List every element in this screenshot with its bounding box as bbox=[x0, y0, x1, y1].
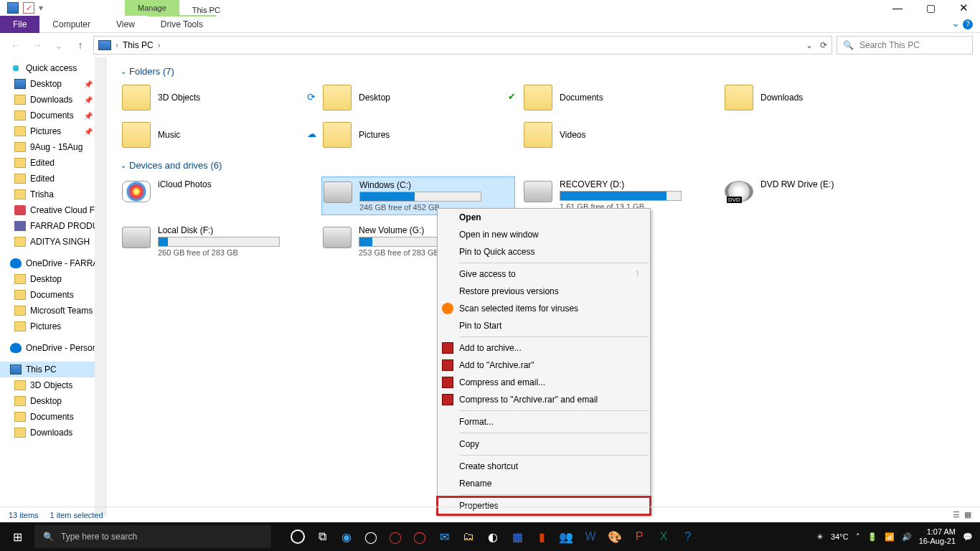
paint-icon[interactable]: 🎨 bbox=[605, 527, 625, 547]
ctx-format[interactable]: Format... bbox=[438, 413, 650, 430]
tab-manage[interactable]: Manage bbox=[125, 0, 179, 16]
sidebar-item-pictures[interactable]: Pictures📌 bbox=[0, 123, 105, 139]
folder-desktop[interactable]: Desktop✔ bbox=[321, 83, 515, 113]
breadcrumb[interactable]: This PC bbox=[123, 40, 154, 50]
drive-icloud-photos[interactable]: iCloud Photos bbox=[121, 176, 314, 215]
app-icon[interactable]: ◐ bbox=[483, 527, 503, 547]
sidebar-item[interactable]: FARRAD PRODUCTIONS bbox=[0, 218, 105, 234]
address-dropdown-icon[interactable]: ⌄ bbox=[806, 40, 813, 50]
sidebar-quick-access[interactable]: Quick access bbox=[0, 60, 105, 76]
sidebar-onedrive-2[interactable]: OneDrive - Personal bbox=[0, 340, 105, 356]
tab-view[interactable]: View bbox=[103, 16, 148, 33]
sidebar-item[interactable]: Pictures bbox=[0, 319, 105, 334]
drive-e[interactable]: DVD DVD RW Drive (E:) bbox=[723, 176, 917, 215]
group-drives[interactable]: ⌄Devices and drives (6) bbox=[121, 160, 966, 171]
maximize-button[interactable]: ▢ bbox=[914, 0, 947, 16]
sidebar-item[interactable]: Trisha bbox=[0, 187, 105, 202]
sidebar-this-pc[interactable]: This PC bbox=[0, 362, 105, 377]
excel-icon[interactable]: X bbox=[654, 527, 674, 547]
get-help-icon[interactable]: ? bbox=[678, 527, 698, 547]
powerpoint-icon[interactable]: P bbox=[629, 527, 649, 547]
tab-file[interactable]: File bbox=[0, 16, 39, 33]
sidebar-item[interactable]: 9Aug - 15Aug bbox=[0, 139, 105, 155]
start-button[interactable]: ⊞ bbox=[0, 530, 34, 544]
minimize-button[interactable]: ― bbox=[881, 0, 914, 16]
back-button[interactable]: ← bbox=[7, 39, 24, 51]
ctx-compress-email[interactable]: Compress and email... bbox=[438, 374, 650, 391]
sidebar-item[interactable]: Downloads bbox=[0, 425, 105, 441]
qat-dropdown-icon[interactable]: ▾ bbox=[39, 3, 46, 13]
task-view-icon[interactable]: ⧉ bbox=[312, 527, 332, 547]
ctx-pin-quick-access[interactable]: Pin to Quick access bbox=[438, 243, 650, 260]
weather-icon[interactable]: ☀ bbox=[816, 532, 824, 542]
ctx-add-archive[interactable]: Add to archive... bbox=[438, 339, 650, 357]
sidebar-item[interactable]: 3D Objects bbox=[0, 377, 105, 393]
taskbar[interactable]: ⊞ 🔍Type here to search ⧉ ◉ ◯ ◯ ◯ ✉ 🗂 ◐ ▦… bbox=[0, 522, 980, 551]
folder-pictures[interactable]: Pictures bbox=[321, 120, 515, 150]
ctx-rename[interactable]: Rename bbox=[438, 475, 650, 492]
chrome-icon[interactable]: ◯ bbox=[361, 527, 381, 547]
ctx-scan-viruses[interactable]: Scan selected items for viruses bbox=[438, 300, 650, 317]
edge-icon[interactable]: ◉ bbox=[336, 527, 357, 547]
group-folders[interactable]: ⌄Folders (7) bbox=[121, 66, 966, 77]
folder-downloads[interactable]: Downloads bbox=[723, 83, 917, 113]
battery-icon[interactable]: 🔋 bbox=[867, 532, 877, 542]
sidebar-item-desktop[interactable]: Desktop📌 bbox=[0, 76, 105, 92]
ctx-open[interactable]: Open bbox=[438, 209, 650, 226]
ctx-pin-start[interactable]: Pin to Start bbox=[438, 317, 650, 334]
tray-chevron-icon[interactable]: ˄ bbox=[856, 532, 860, 542]
taskbar-search[interactable]: 🔍Type here to search bbox=[34, 525, 271, 548]
folder-3d-objects[interactable]: 3D Objects⟳ bbox=[121, 83, 314, 113]
sidebar-item[interactable]: Microsoft Teams bbox=[0, 303, 105, 319]
sidebar-item[interactable]: Edited bbox=[0, 155, 105, 171]
recent-dropdown-icon[interactable]: ⌄ bbox=[50, 39, 67, 51]
drive-f[interactable]: Local Disk (F:) 260 GB free of 283 GB bbox=[121, 222, 314, 260]
sidebar-item[interactable]: Desktop bbox=[0, 393, 105, 409]
close-button[interactable]: ✕ bbox=[947, 0, 980, 16]
navigation-pane[interactable]: Quick access Desktop📌 Downloads📌 Documen… bbox=[0, 57, 106, 517]
mail-icon[interactable]: ✉ bbox=[434, 527, 454, 547]
ctx-copy[interactable]: Copy bbox=[438, 435, 650, 453]
ctx-restore-versions[interactable]: Restore previous versions bbox=[438, 283, 650, 300]
app-icon[interactable]: ▦ bbox=[507, 527, 527, 547]
cortana-icon[interactable] bbox=[288, 527, 308, 547]
sidebar-item[interactable]: Documents bbox=[0, 287, 105, 303]
sidebar-item[interactable]: Desktop bbox=[0, 271, 105, 287]
sidebar-item-creative-cloud[interactable]: Creative Cloud Files bbox=[0, 202, 105, 218]
details-view-button[interactable]: ☰ bbox=[953, 510, 960, 519]
ctx-add-archive-rar[interactable]: Add to "Archive.rar" bbox=[438, 357, 650, 374]
explorer-icon[interactable]: 🗂 bbox=[458, 527, 479, 547]
folder-documents[interactable]: Documents bbox=[522, 83, 716, 113]
ctx-open-new-window[interactable]: Open in new window bbox=[438, 226, 650, 243]
volume-icon[interactable]: 🔊 bbox=[902, 532, 912, 542]
search-input[interactable]: 🔍 Search This PC bbox=[837, 36, 973, 55]
help-dropdown-icon[interactable]: ⌄ ? bbox=[951, 17, 973, 29]
opera-icon[interactable]: ◯ bbox=[410, 527, 430, 547]
ctx-compress-rar-email[interactable]: Compress to "Archive.rar" and email bbox=[438, 391, 650, 408]
folder-videos[interactable]: Videos bbox=[522, 120, 716, 150]
folder-music[interactable]: Music☁ bbox=[121, 120, 314, 150]
tiles-view-button[interactable]: ▦ bbox=[964, 510, 971, 519]
notifications-icon[interactable]: 💬 bbox=[963, 532, 973, 542]
sidebar-item-documents[interactable]: Documents📌 bbox=[0, 108, 105, 123]
address-bar[interactable]: › This PC › ⌄ ⟳ bbox=[93, 36, 832, 55]
forward-button[interactable]: → bbox=[29, 39, 46, 51]
scrollbar[interactable] bbox=[95, 57, 105, 517]
ctx-give-access[interactable]: Give access to〉 bbox=[438, 265, 650, 283]
wifi-icon[interactable]: 📶 bbox=[885, 532, 895, 542]
ctx-create-shortcut[interactable]: Create shortcut bbox=[438, 458, 650, 475]
word-icon[interactable]: W bbox=[580, 527, 600, 547]
tab-drive-tools[interactable]: Drive Tools bbox=[148, 15, 216, 32]
sidebar-item[interactable]: Documents bbox=[0, 409, 105, 425]
refresh-button[interactable]: ⟳ bbox=[820, 40, 827, 50]
sidebar-item[interactable]: Edited bbox=[0, 171, 105, 187]
office-icon[interactable]: ▮ bbox=[532, 527, 552, 547]
sidebar-item[interactable]: ADITYA SINGH bbox=[0, 234, 105, 250]
opera-gx-icon[interactable]: ◯ bbox=[385, 527, 405, 547]
tab-computer[interactable]: Computer bbox=[39, 16, 103, 33]
qat-properties-icon[interactable]: ✓ bbox=[23, 2, 34, 14]
sidebar-item-downloads[interactable]: Downloads📌 bbox=[0, 92, 105, 108]
sidebar-onedrive-1[interactable]: OneDrive - FARRAD bbox=[0, 255, 105, 271]
up-button[interactable]: ↑ bbox=[72, 39, 89, 51]
teams-icon[interactable]: 👥 bbox=[556, 527, 576, 547]
